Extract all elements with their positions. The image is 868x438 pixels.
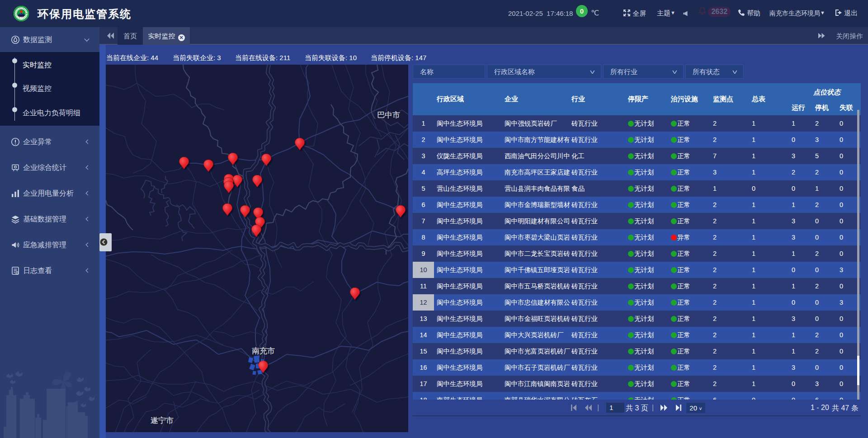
- svg-text:巴中市: 巴中市: [377, 111, 400, 119]
- svg-text:南充市: 南充市: [252, 346, 275, 355]
- svg-text:遂宁市: 遂宁市: [150, 416, 174, 425]
